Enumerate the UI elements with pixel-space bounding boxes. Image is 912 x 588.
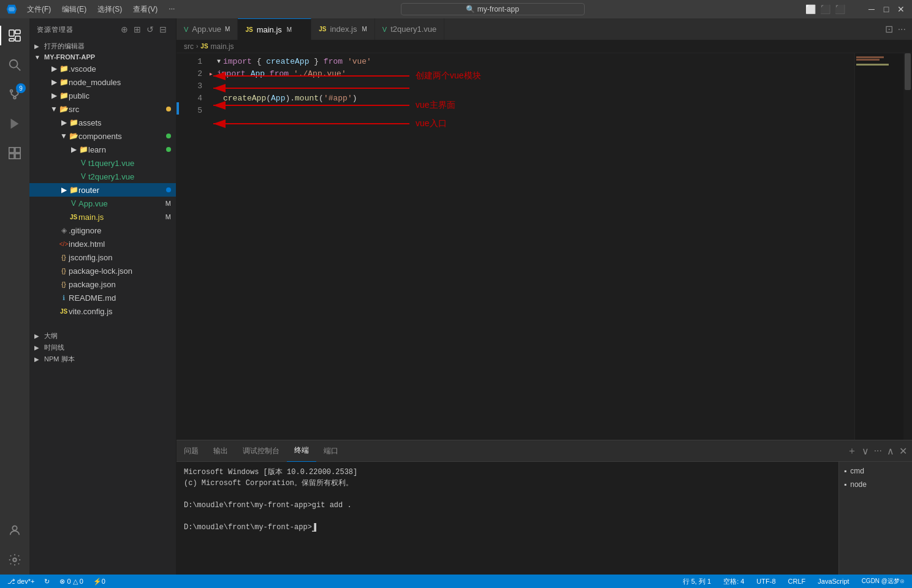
tab-app-vue-modified: M bbox=[225, 26, 230, 32]
tab-app-vue[interactable]: V App.vue M bbox=[177, 18, 238, 40]
t1query1-icon: V bbox=[78, 158, 88, 168]
terminal-tab-ports[interactable]: 端口 bbox=[316, 440, 346, 462]
open-editors-section[interactable]: ▶ 打开的编辑器 bbox=[29, 40, 176, 52]
terminal-tab-debug[interactable]: 调试控制台 bbox=[235, 440, 287, 462]
terminal-instance-node[interactable]: ▪ node bbox=[839, 478, 912, 491]
menu-file[interactable]: 文件(F) bbox=[22, 3, 56, 16]
src-badge bbox=[166, 107, 171, 111]
tree-item-components[interactable]: ▼ 📂 components bbox=[29, 129, 176, 143]
more-actions-icon[interactable]: ··· bbox=[897, 23, 907, 36]
explorer-activity-icon[interactable] bbox=[0, 21, 29, 50]
run-debug-activity-icon[interactable] bbox=[0, 109, 29, 138]
terminal-main[interactable]: Microsoft Windows [版本 10.0.22000.2538] (… bbox=[177, 462, 838, 575]
editor-scrollbar[interactable] bbox=[903, 53, 912, 440]
tree-item-main-js[interactable]: JS main.js M bbox=[29, 210, 176, 224]
status-notifications[interactable]: ⚡0 bbox=[91, 578, 108, 586]
tree-item-t2query1[interactable]: V t2query1.vue bbox=[29, 170, 176, 183]
terminal-instance-cmd[interactable]: ▪ cmd bbox=[839, 464, 912, 478]
layout-btn-1[interactable]: ⬜ bbox=[805, 4, 815, 14]
npm-label: NPM 脚本 bbox=[44, 355, 75, 364]
tree-item-readme[interactable]: ℹ README.md bbox=[29, 291, 176, 304]
source-control-activity-icon[interactable]: 9 bbox=[0, 80, 29, 109]
minimize-btn[interactable]: ─ bbox=[867, 4, 876, 14]
vite-config-icon: JS bbox=[59, 306, 69, 316]
timeline-section[interactable]: ▶ 时间线 bbox=[29, 342, 176, 353]
layout-btn-3[interactable]: ⬛ bbox=[835, 4, 845, 14]
menu-select[interactable]: 选择(S) bbox=[93, 3, 127, 16]
svg-line-12 bbox=[12, 94, 15, 97]
menu-view[interactable]: 查看(V) bbox=[128, 3, 162, 16]
tree-item-app-vue[interactable]: V App.vue M bbox=[29, 197, 176, 210]
tree-item-learn[interactable]: ▶ 📁 learn bbox=[29, 143, 176, 156]
account-activity-icon[interactable] bbox=[0, 516, 29, 545]
vscode-folder-label: .vscode bbox=[69, 64, 96, 74]
tab-t2query1[interactable]: V t2query1.vue bbox=[375, 18, 445, 40]
tree-item-gitignore[interactable]: ◈ .gitignore bbox=[29, 224, 176, 237]
extensions-activity-icon[interactable] bbox=[0, 138, 29, 168]
terminal-cmd-icon: ▪ bbox=[844, 467, 846, 475]
outline-section[interactable]: ▶ 大纲 bbox=[29, 330, 176, 342]
close-btn[interactable]: ✕ bbox=[896, 4, 906, 14]
status-indent-label: 空格: 4 bbox=[723, 577, 744, 586]
status-eol[interactable]: CRLF bbox=[786, 578, 808, 585]
status-position[interactable]: 行 5, 列 1 bbox=[680, 577, 713, 586]
status-errors[interactable]: ⊗ 0 △ 0 bbox=[57, 578, 85, 586]
router-folder-icon: 📁 bbox=[69, 185, 78, 195]
open-editors-label: 打开的编辑器 bbox=[44, 42, 85, 51]
tab-index-js[interactable]: JS index.js M bbox=[311, 18, 375, 40]
tab-index-js-modified: M bbox=[362, 26, 367, 32]
menu-edit[interactable]: 编辑(E) bbox=[57, 3, 91, 16]
collapse-all-icon[interactable]: ⊟ bbox=[158, 23, 169, 36]
terminal-add-icon[interactable]: ＋ bbox=[847, 445, 857, 458]
outline-chevron: ▶ bbox=[34, 333, 44, 339]
breadcrumb-src[interactable]: src bbox=[184, 42, 194, 51]
terminal-maximize-icon[interactable]: ∧ bbox=[887, 445, 894, 457]
refresh-icon[interactable]: ↺ bbox=[145, 23, 156, 36]
tree-item-public[interactable]: ▶ 📁 public bbox=[29, 89, 176, 102]
tab-bar-actions: ⊡ ··· bbox=[879, 18, 912, 40]
line-num-5: 5 bbox=[179, 105, 202, 117]
svg-point-20 bbox=[12, 526, 17, 530]
new-file-icon[interactable]: ⊕ bbox=[120, 23, 130, 36]
status-language[interactable]: JavaScript bbox=[815, 578, 851, 585]
tree-item-assets[interactable]: ▶ 📁 assets bbox=[29, 116, 176, 129]
project-section[interactable]: ▼ MY-FRONT-APP bbox=[29, 52, 176, 62]
terminal-close-icon[interactable]: ✕ bbox=[899, 445, 907, 457]
tree-item-router[interactable]: ▶ 📁 router bbox=[29, 183, 176, 197]
terminal-tab-terminal[interactable]: 终端 bbox=[287, 440, 316, 462]
new-folder-icon[interactable]: ⊞ bbox=[132, 23, 143, 36]
status-git[interactable]: ⎇ dev*+ bbox=[5, 578, 37, 586]
status-sync[interactable]: ↻ bbox=[42, 578, 52, 586]
tree-item-vscode[interactable]: ▶ 📁 .vscode bbox=[29, 62, 176, 75]
terminal-tab-problems[interactable]: 问题 bbox=[177, 440, 206, 462]
terminal-more-icon[interactable]: ··· bbox=[874, 445, 882, 456]
layout-btn-2[interactable]: ⬛ bbox=[820, 4, 830, 14]
maximize-btn[interactable]: □ bbox=[881, 4, 891, 14]
titlebar-search[interactable]: 🔍 my-front-app bbox=[401, 3, 585, 15]
package-json-label: package.json bbox=[69, 280, 116, 289]
learn-folder-icon: 📁 bbox=[78, 145, 88, 154]
code-content[interactable]: ▼ import { createApp } from 'vue' ▶ impo… bbox=[210, 53, 854, 440]
tree-item-vite-config[interactable]: JS vite.config.js bbox=[29, 304, 176, 318]
settings-activity-icon[interactable] bbox=[0, 545, 29, 575]
split-editor-icon[interactable]: ⊡ bbox=[884, 22, 894, 36]
tree-item-src[interactable]: ▼ 📂 src bbox=[29, 102, 176, 116]
menu-more[interactable]: ··· bbox=[164, 3, 180, 16]
npm-scripts-section[interactable]: ▶ NPM 脚本 bbox=[29, 353, 176, 365]
tab-main-js[interactable]: JS main.js M ✕ bbox=[238, 18, 311, 40]
status-indent[interactable]: 空格: 4 bbox=[721, 577, 747, 586]
tree-item-jsconfig[interactable]: {} jsconfig.json bbox=[29, 251, 176, 264]
status-cdn[interactable]: CGDN @远梦⊙ bbox=[859, 577, 907, 586]
tree-item-index-html[interactable]: </> index.html bbox=[29, 237, 176, 251]
breadcrumb-file[interactable]: main.js bbox=[211, 42, 234, 51]
search-activity-icon[interactable] bbox=[0, 50, 29, 80]
space-5 bbox=[289, 68, 294, 80]
tree-item-node-modules[interactable]: ▶ 📁 node_modules bbox=[29, 75, 176, 89]
terminal-tab-output[interactable]: 输出 bbox=[206, 440, 235, 462]
status-encoding[interactable]: UTF-8 bbox=[754, 578, 778, 585]
terminal-chevron-icon[interactable]: ∨ bbox=[862, 445, 869, 457]
tree-item-t1query1[interactable]: V t1query1.vue bbox=[29, 156, 176, 170]
tree-item-package-lock[interactable]: {} package-lock.json bbox=[29, 264, 176, 277]
tree-item-package-json[interactable]: {} package.json bbox=[29, 277, 176, 291]
line-numbers: 1 2 3 4 5 bbox=[179, 53, 210, 440]
